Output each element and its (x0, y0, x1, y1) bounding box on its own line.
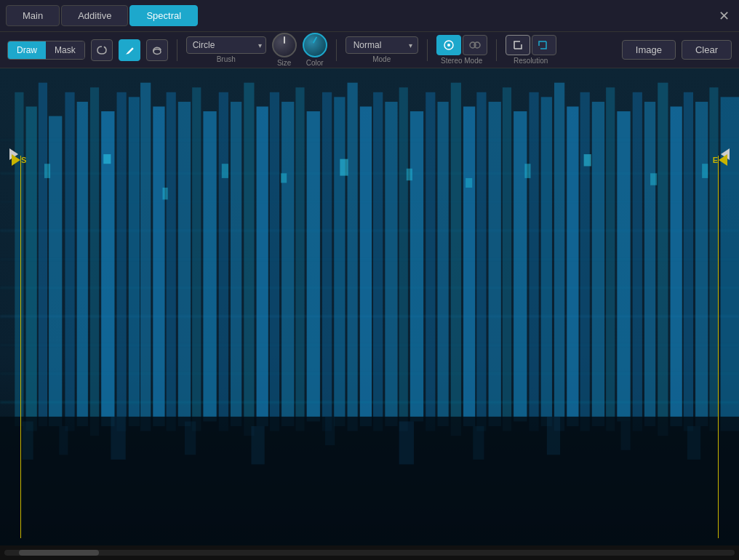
res-btn-1[interactable] (506, 35, 530, 55)
svg-rect-92 (473, 426, 484, 460)
svg-rect-76 (281, 173, 287, 183)
lasso-tool[interactable] (91, 39, 113, 61)
svg-rect-81 (584, 154, 591, 166)
brush-select[interactable]: Circle Square Horizontal Vertical (186, 36, 266, 54)
svg-rect-8 (39, 83, 47, 426)
spectrogram-visual (0, 68, 739, 545)
svg-rect-78 (407, 169, 412, 180)
svg-rect-7 (26, 106, 37, 431)
color-label: Color (306, 59, 324, 67)
svg-rect-10 (65, 92, 74, 431)
svg-rect-95 (687, 426, 700, 460)
separator-2 (336, 39, 337, 61)
svg-rect-19 (178, 102, 191, 426)
svg-rect-11 (77, 102, 88, 426)
brush-selector-wrap: Circle Square Horizontal Vertical Brush (186, 36, 266, 63)
svg-rect-39 (437, 102, 448, 426)
svg-rect-33 (360, 106, 372, 426)
selection-line-right (718, 156, 719, 538)
color-knob-wrap: Color (303, 33, 327, 67)
clear-button[interactable]: Clear (682, 40, 732, 60)
scrollbar-area (0, 545, 739, 560)
mode-select-container: Normal Additive Subtractive Multiply (345, 36, 418, 54)
svg-rect-46 (529, 92, 538, 431)
svg-rect-16 (140, 83, 151, 431)
stereo-circle-icon (442, 39, 455, 52)
svg-rect-31 (334, 97, 345, 426)
svg-rect-21 (203, 111, 216, 421)
svg-rect-17 (153, 106, 164, 426)
svg-rect-41 (463, 106, 475, 426)
svg-rect-88 (185, 421, 196, 455)
svg-rect-87 (111, 417, 125, 460)
svg-rect-83 (702, 164, 708, 178)
size-knob[interactable] (272, 33, 297, 57)
brush-label: Brush (217, 55, 236, 63)
svg-rect-85 (22, 421, 33, 459)
svg-point-2 (447, 44, 450, 47)
stereo-btn-2[interactable] (463, 35, 487, 55)
svg-rect-55 (644, 102, 655, 426)
svg-rect-73 (103, 154, 111, 164)
svg-rect-90 (325, 417, 335, 445)
svg-rect-47 (541, 97, 552, 426)
mode-label: Mode (372, 55, 391, 63)
svg-rect-91 (399, 421, 414, 464)
svg-rect-9 (49, 116, 62, 426)
svg-rect-51 (592, 102, 604, 426)
res-up-icon (538, 39, 551, 52)
svg-rect-29 (307, 111, 320, 421)
image-button[interactable]: Image (622, 40, 676, 60)
resolution-label: Resolution (514, 57, 548, 65)
svg-rect-59 (695, 102, 708, 426)
size-knob-wrap: Size (272, 33, 297, 67)
svg-point-4 (474, 42, 480, 48)
brush-select-container: Circle Square Horizontal Vertical (186, 36, 266, 54)
stereo-btn-1[interactable] (436, 35, 461, 55)
svg-rect-75 (222, 164, 228, 178)
pencil-tool[interactable] (119, 39, 140, 61)
mask-button[interactable]: Mask (46, 41, 84, 59)
svg-rect-86 (59, 426, 68, 455)
svg-rect-38 (426, 92, 435, 431)
svg-rect-43 (489, 102, 501, 426)
svg-rect-14 (117, 92, 127, 431)
svg-rect-12 (90, 87, 99, 436)
svg-rect-93 (547, 417, 560, 455)
scrollbar-track[interactable] (4, 550, 735, 556)
stereo-wrap: Stereo Mode (436, 35, 487, 65)
separator-3 (427, 39, 428, 61)
svg-rect-26 (270, 92, 279, 431)
color-knob[interactable] (303, 33, 327, 57)
title-bar: Main Additive Spectral ✕ (0, 0, 739, 32)
close-button[interactable]: ✕ (714, 7, 733, 25)
start-marker-label: S (21, 156, 26, 164)
scrollbar-thumb[interactable] (19, 550, 99, 556)
mode-select-wrap: Normal Additive Subtractive Multiply Mod… (345, 36, 418, 63)
tab-group: Main Additive Spectral (6, 5, 198, 26)
mode-select[interactable]: Normal Additive Subtractive Multiply (345, 36, 418, 54)
svg-rect-54 (633, 92, 642, 431)
lasso-icon (96, 44, 108, 56)
eraser-icon (151, 44, 163, 56)
toolbar: Draw Mask Circle Square Horizontal Verti… (0, 32, 739, 68)
svg-rect-37 (410, 111, 423, 421)
spectrogram[interactable]: S E (0, 68, 739, 545)
svg-rect-49 (567, 106, 578, 426)
draw-button[interactable]: Draw (8, 41, 46, 59)
svg-rect-79 (466, 178, 472, 188)
start-marker[interactable]: S (12, 154, 26, 166)
tab-spectral[interactable]: Spectral (129, 5, 198, 26)
resolution-wrap: Resolution (506, 35, 556, 65)
svg-rect-94 (620, 421, 630, 449)
separator-4 (496, 39, 497, 61)
tab-main[interactable]: Main (6, 5, 60, 26)
eraser-tool[interactable] (146, 39, 168, 61)
stereo-btns (436, 35, 487, 55)
separator-1 (177, 39, 177, 61)
end-marker-label: E (713, 156, 718, 164)
tab-additive[interactable]: Additive (61, 5, 128, 26)
svg-rect-61 (721, 97, 739, 431)
end-marker[interactable]: E (713, 154, 727, 166)
res-btn-2[interactable] (532, 35, 556, 55)
